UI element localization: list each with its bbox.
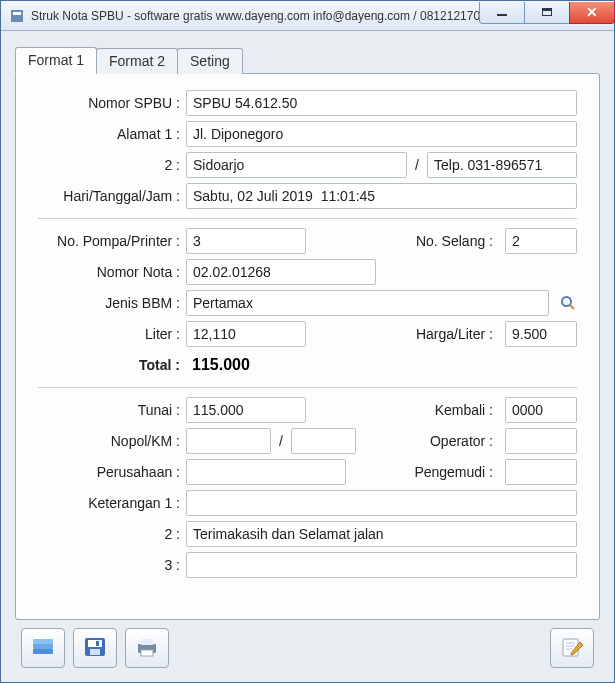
svg-rect-10 — [96, 641, 99, 646]
label-total: Total : — [38, 357, 186, 373]
svg-rect-5 — [33, 644, 53, 649]
edit-button[interactable] — [550, 628, 594, 668]
nota-input[interactable] — [186, 259, 376, 285]
bbm-input[interactable] — [186, 290, 549, 316]
keterangan3-input[interactable] — [186, 552, 577, 578]
label-ket1: Keterangan 1 : — [38, 495, 186, 511]
nopol-input[interactable] — [186, 428, 271, 454]
client-area: Format 1 Format 2 Seting Nomor SPBU : Al… — [1, 31, 614, 682]
label-alamat2: 2 : — [38, 157, 186, 173]
alamat2b-input[interactable] — [427, 152, 577, 178]
stack-button[interactable] — [21, 628, 65, 668]
label-ket2: 2 : — [38, 526, 186, 542]
label-operator: Operator : — [399, 433, 499, 449]
edit-icon — [560, 636, 584, 661]
svg-rect-1 — [13, 12, 21, 15]
label-hari: Hari/Tanggal/Jam : — [38, 188, 186, 204]
app-icon — [9, 8, 25, 24]
app-window: Struk Nota SPBU - software gratis www.da… — [0, 0, 615, 683]
liter-input[interactable] — [186, 321, 306, 347]
tab-seting[interactable]: Seting — [177, 48, 243, 74]
keterangan2-input[interactable] — [186, 521, 577, 547]
keterangan1-input[interactable] — [186, 490, 577, 516]
svg-rect-6 — [33, 639, 53, 644]
maximize-button[interactable] — [524, 2, 570, 24]
tunai-input[interactable] — [186, 397, 306, 423]
window-controls: ✕ — [480, 2, 615, 24]
magnifier-icon[interactable] — [559, 294, 577, 312]
kembali-input[interactable] — [505, 397, 577, 423]
svg-rect-8 — [88, 640, 102, 647]
tab-format1[interactable]: Format 1 — [15, 47, 97, 74]
save-icon — [83, 636, 107, 661]
close-button[interactable]: ✕ — [569, 2, 615, 24]
divider-1 — [38, 218, 577, 219]
label-tunai: Tunai : — [38, 402, 186, 418]
nomor-spbu-input[interactable] — [186, 90, 577, 116]
window-title: Struk Nota SPBU - software gratis www.da… — [31, 9, 480, 23]
label-perusahaan: Perusahaan : — [38, 464, 186, 480]
label-nota: Nomor Nota : — [38, 264, 186, 280]
perusahaan-input[interactable] — [186, 459, 346, 485]
svg-rect-0 — [11, 10, 23, 22]
save-button[interactable] — [73, 628, 117, 668]
label-kembali: Kembali : — [399, 402, 499, 418]
stack-icon — [31, 636, 55, 661]
svg-point-2 — [562, 297, 571, 306]
divider-2 — [38, 387, 577, 388]
svg-rect-9 — [90, 649, 100, 655]
minimize-button[interactable] — [479, 2, 525, 24]
slash-separator-2: / — [277, 433, 285, 449]
print-icon — [135, 636, 159, 661]
svg-line-3 — [570, 305, 574, 309]
alamat2a-input[interactable] — [186, 152, 407, 178]
svg-rect-12 — [141, 639, 153, 645]
svg-rect-4 — [33, 649, 53, 654]
label-nomor-spbu: Nomor SPBU : — [38, 95, 186, 111]
label-pompa: No. Pompa/Printer : — [38, 233, 186, 249]
label-pengemudi: Pengemudi : — [399, 464, 499, 480]
km-input[interactable] — [291, 428, 356, 454]
print-button[interactable] — [125, 628, 169, 668]
pompa-input[interactable] — [186, 228, 306, 254]
label-bbm: Jenis BBM : — [38, 295, 186, 311]
tab-format2[interactable]: Format 2 — [96, 48, 178, 74]
label-harga: Harga/Liter : — [403, 326, 499, 342]
svg-rect-13 — [141, 650, 153, 656]
label-alamat1: Alamat 1 : — [38, 126, 186, 142]
label-liter: Liter : — [38, 326, 186, 342]
operator-input[interactable] — [505, 428, 577, 454]
total-value: 115.000 — [186, 356, 250, 374]
label-selang: No. Selang : — [411, 233, 499, 249]
harga-input[interactable] — [505, 321, 577, 347]
hari-tanggal-jam-input[interactable] — [186, 183, 577, 209]
tab-panel-format1: Nomor SPBU : Alamat 1 : 2 : / Hari/Tangg… — [15, 73, 600, 620]
label-nopol: Nopol/KM : — [38, 433, 186, 449]
titlebar[interactable]: Struk Nota SPBU - software gratis www.da… — [1, 1, 614, 31]
label-ket3: 3 : — [38, 557, 186, 573]
alamat1-input[interactable] — [186, 121, 577, 147]
selang-input[interactable] — [505, 228, 577, 254]
tabstrip: Format 1 Format 2 Seting — [15, 45, 600, 73]
slash-separator: / — [413, 157, 421, 173]
pengemudi-input[interactable] — [505, 459, 577, 485]
bottom-toolbar — [15, 620, 600, 672]
